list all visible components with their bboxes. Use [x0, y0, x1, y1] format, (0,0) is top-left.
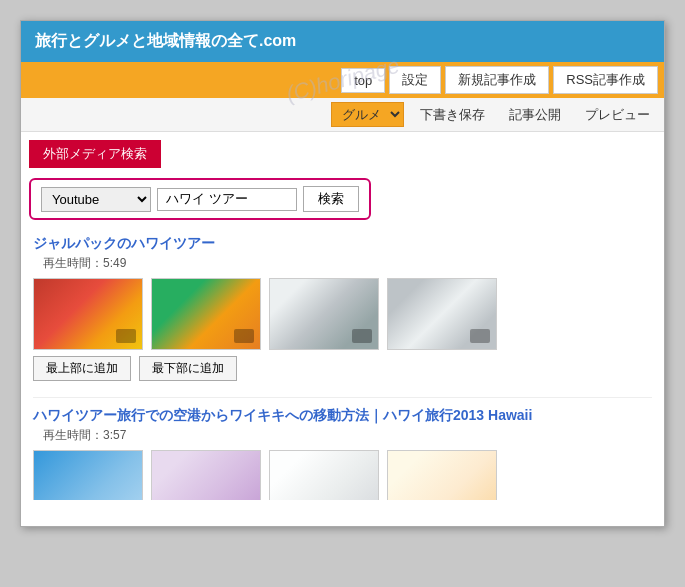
main-window: 旅行とグルメと地域情報の全て.com (C)horipage top 設定 新規…: [20, 20, 665, 527]
site-header: 旅行とグルメと地域情報の全て.com: [21, 21, 664, 62]
results-area: ジャルパックのハワイツアー 再生時間：5:49 最上部に追加 最下部に追加 ハワ…: [21, 230, 664, 526]
search-input[interactable]: [157, 188, 297, 211]
category-dropdown-wrap: グルメ: [331, 102, 404, 127]
thumbnail-1-2[interactable]: [151, 278, 261, 350]
rss-button[interactable]: RSS記事作成: [553, 66, 658, 94]
action-buttons-1: 最上部に追加 最下部に追加: [33, 356, 652, 381]
thumbnail-1-3[interactable]: [269, 278, 379, 350]
duration-value-1: 5:49: [103, 256, 126, 270]
top-button[interactable]: top: [341, 68, 385, 93]
new-article-button[interactable]: 新規記事作成: [445, 66, 549, 94]
thumbnail-1-1[interactable]: [33, 278, 143, 350]
nav-row-1: (C)horipage top 設定 新規記事作成 RSS記事作成: [21, 62, 664, 98]
thumbnail-1-4[interactable]: [387, 278, 497, 350]
duration-label-1: 再生時間：: [43, 256, 103, 270]
result-2-duration: 再生時間：3:57: [43, 427, 652, 444]
search-area: Youtube 検索: [29, 178, 371, 220]
result-1-duration: 再生時間：5:49: [43, 255, 652, 272]
section-tab: 外部メディア検索: [21, 132, 664, 168]
category-select[interactable]: グルメ: [331, 102, 404, 127]
result-1-title[interactable]: ジャルパックのハワイツアー: [33, 235, 215, 251]
settings-button[interactable]: 設定: [389, 66, 441, 94]
thumbnail-2-1[interactable]: [33, 450, 143, 500]
result-item-2: ハワイツアー旅行での空港からワイキキへの移動方法｜ハワイ旅行2013 Hawai…: [33, 397, 652, 500]
add-bottom-button[interactable]: 最下部に追加: [139, 356, 237, 381]
section-tab-label: 外部メディア検索: [29, 140, 161, 168]
nav-row-2: グルメ 下書き保存 記事公開 プレビュー: [21, 98, 664, 132]
draft-save-link[interactable]: 下書き保存: [412, 103, 493, 127]
publish-link[interactable]: 記事公開: [501, 103, 569, 127]
add-top-button[interactable]: 最上部に追加: [33, 356, 131, 381]
thumbnails-2: [33, 450, 652, 500]
thumbnail-2-2[interactable]: [151, 450, 261, 500]
result-2-title[interactable]: ハワイツアー旅行での空港からワイキキへの移動方法｜ハワイ旅行2013 Hawai…: [33, 407, 532, 423]
thumbnail-2-3[interactable]: [269, 450, 379, 500]
search-source-select[interactable]: Youtube: [41, 187, 151, 212]
thumbnail-2-4[interactable]: [387, 450, 497, 500]
duration-value-2: 3:57: [103, 428, 126, 442]
site-title: 旅行とグルメと地域情報の全て.com: [35, 32, 296, 49]
result-item-1: ジャルパックのハワイツアー 再生時間：5:49 最上部に追加 最下部に追加: [33, 234, 652, 381]
preview-link[interactable]: プレビュー: [577, 103, 658, 127]
thumbnails-1: [33, 278, 652, 350]
duration-label-2: 再生時間：: [43, 428, 103, 442]
search-button[interactable]: 検索: [303, 186, 359, 212]
